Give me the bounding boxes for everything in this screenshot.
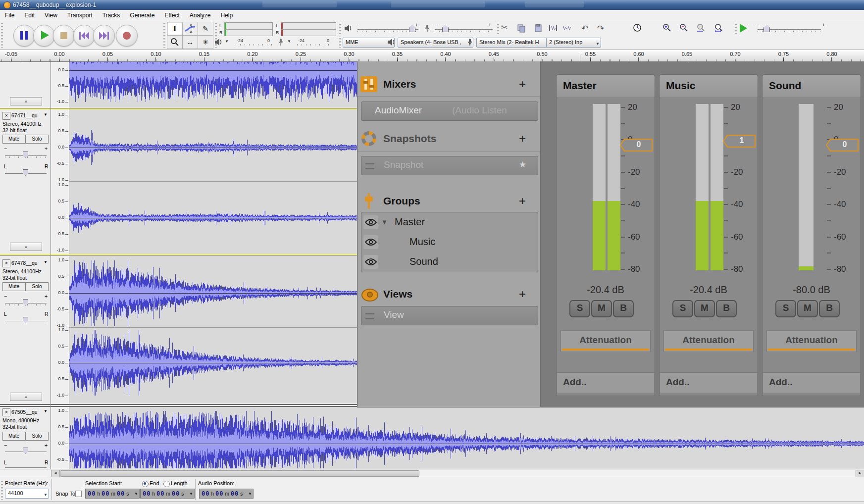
envelope-tool-button[interactable]	[182, 22, 198, 36]
recording-meter-right[interactable]	[281, 29, 336, 36]
master-attenuation-effect[interactable]: Attenuation	[560, 330, 651, 352]
waveform-track1-partial[interactable]	[69, 61, 357, 107]
sound-fader-handle[interactable]: 0	[826, 139, 859, 151]
sound-add-effect[interactable]: Add..	[763, 372, 860, 393]
chevron-down-icon[interactable]: ▼	[134, 492, 138, 496]
undo-button[interactable]: ↶	[581, 23, 588, 34]
waveform-track2-right[interactable]	[69, 182, 357, 252]
track2-menu-dropdown[interactable]: ▼	[44, 112, 48, 117]
redo-button[interactable]: ↷	[597, 23, 604, 34]
strip-master-header[interactable]: Master	[557, 75, 655, 98]
edit-toolbar-grip[interactable]	[497, 23, 499, 35]
menu-analyze[interactable]: Analyze	[185, 10, 216, 20]
playback-meter-left[interactable]	[224, 22, 273, 29]
silence-audio-button[interactable]	[562, 24, 571, 33]
horizontal-scrollbar[interactable]: ◄ ►	[0, 469, 864, 477]
play-at-speed-button[interactable]	[740, 24, 747, 33]
waveform-track3-left[interactable]	[69, 258, 357, 327]
track4-solo-button[interactable]: Solo	[25, 432, 49, 441]
group-row-master[interactable]: ▼ Master	[361, 212, 538, 232]
strip-music-header[interactable]: Music	[660, 75, 758, 98]
zoom-out-button[interactable]	[679, 23, 688, 32]
music-fader-handle[interactable]: 1	[723, 135, 756, 148]
skip-to-start-button[interactable]	[73, 25, 95, 47]
chevron-down-icon[interactable]: ▼	[189, 492, 193, 496]
snapshot-row[interactable]: Snapshot ★	[361, 156, 538, 175]
end-radio-label[interactable]: End	[150, 480, 159, 486]
skip-to-end-button[interactable]	[93, 25, 115, 47]
menu-generate[interactable]: Generate	[125, 10, 159, 20]
snap-to-checkbox[interactable]	[75, 491, 82, 497]
master-mute-button[interactable]: M	[591, 300, 612, 317]
waveform-track2-left[interactable]	[69, 111, 357, 181]
track4-close-button[interactable]: ×	[2, 408, 10, 416]
audio-position-field[interactable]: 00h 00m 00s ▼	[199, 489, 254, 499]
input-volume-thumb[interactable]	[442, 25, 449, 32]
selection-end-field[interactable]: 00h 00m 00s ▼	[140, 489, 195, 499]
add-view-button[interactable]: +	[516, 287, 529, 301]
track3-name[interactable]: 67478__qu	[11, 260, 38, 266]
track2-name[interactable]: 67471__qu	[11, 112, 38, 118]
add-snapshot-button[interactable]: +	[516, 132, 529, 146]
menu-edit[interactable]: Edit	[19, 10, 40, 20]
music-visibility-toggle[interactable]	[363, 235, 378, 249]
selection-start-field[interactable]: 00h 00m 00s ▼	[85, 489, 140, 499]
transport-toolbar-grip[interactable]	[1, 23, 3, 48]
master-add-effect[interactable]: Add..	[557, 372, 654, 393]
recording-meter-dropdown[interactable]: ▼	[287, 39, 291, 44]
menu-view[interactable]: View	[40, 10, 62, 20]
multi-tool-button[interactable]: ✳	[198, 35, 213, 49]
project-rate-select[interactable]: 44100▼	[5, 489, 49, 499]
menu-file[interactable]: File	[0, 10, 19, 20]
music-bypass-button[interactable]: B	[716, 300, 737, 317]
scrollbar-thumb[interactable]	[60, 470, 419, 477]
selection-tool-button[interactable]: I	[167, 22, 183, 36]
scroll-left-button[interactable]: ◄	[51, 470, 60, 477]
device-toolbar-grip[interactable]	[339, 37, 341, 49]
copy-button[interactable]	[517, 24, 526, 33]
music-attenuation-effect[interactable]: Attenuation	[663, 330, 754, 352]
paste-button[interactable]	[534, 24, 543, 33]
title-bar[interactable]: 67458__qubodup__explosion-1	[0, 0, 864, 10]
timeshift-tool-button[interactable]: ↔	[182, 35, 198, 49]
selection-toolbar-grip[interactable]	[1, 480, 3, 500]
play-speed-toolbar-grip[interactable]	[735, 23, 737, 35]
music-solo-button[interactable]: S	[672, 300, 693, 317]
zoom-in-button[interactable]	[662, 23, 671, 32]
snapshot-star-icon[interactable]: ★	[519, 159, 526, 170]
trim-audio-button[interactable]	[549, 24, 558, 33]
master-caret-icon[interactable]: ▼	[381, 218, 388, 226]
cut-button[interactable]: ✂	[501, 23, 508, 32]
playback-meter-dropdown[interactable]: ▼	[225, 39, 229, 44]
fit-selection-button[interactable]	[696, 23, 705, 32]
playback-meter-right[interactable]	[224, 29, 273, 36]
tools-toolbar-grip[interactable]	[163, 23, 165, 48]
menu-effect[interactable]: Effect	[159, 10, 184, 20]
master-visibility-toggle[interactable]	[363, 215, 378, 229]
scroll-right-button[interactable]: ►	[856, 470, 864, 477]
track3-menu-dropdown[interactable]: ▼	[44, 260, 48, 264]
sound-bypass-button[interactable]: B	[819, 300, 840, 317]
recording-channels-select[interactable]: 2 (Stereo) Inp▼	[546, 38, 601, 48]
track2-mute-button[interactable]: Mute	[2, 135, 25, 144]
track4-name[interactable]: 67505__qu	[11, 409, 38, 415]
sound-visibility-toggle[interactable]	[363, 255, 378, 269]
music-add-effect[interactable]: Add..	[660, 372, 757, 393]
end-radio[interactable]	[142, 481, 149, 487]
track2-solo-button[interactable]: Solo	[25, 135, 49, 144]
sound-solo-button[interactable]: S	[775, 300, 796, 317]
menu-tracks[interactable]: Tracks	[98, 10, 125, 20]
audiomixer-row[interactable]: AudioMixer (Audio Listen	[361, 101, 538, 121]
track4-mute-button[interactable]: Mute	[2, 432, 25, 441]
track2-collapse-button[interactable]: ▲	[10, 243, 42, 251]
playback-device-select[interactable]: Speakers (4- Bose USB ,▼	[398, 38, 473, 48]
chevron-down-icon[interactable]: ▼	[248, 492, 252, 496]
track3-collapse-button[interactable]: ▲	[10, 393, 42, 401]
waveform-track3-right[interactable]	[69, 328, 357, 397]
track3-solo-button[interactable]: Solo	[25, 282, 49, 291]
track3-close-button[interactable]: ×	[2, 259, 10, 267]
strip-sound-header[interactable]: Sound	[762, 75, 861, 98]
length-radio[interactable]	[163, 481, 170, 487]
timeline-ruler[interactable]: -0.050.000.050.100.150.200.250.300.350.4…	[0, 50, 864, 62]
add-mixer-button[interactable]: +	[516, 77, 529, 91]
